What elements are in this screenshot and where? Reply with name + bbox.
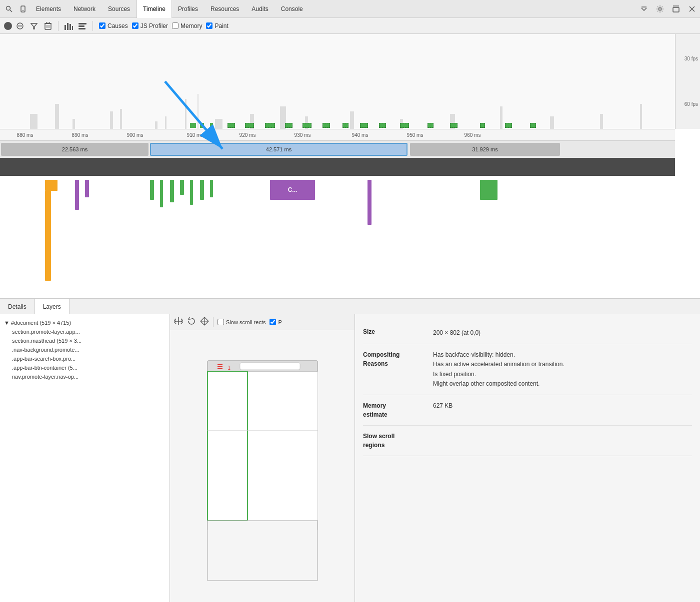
svg-text:1: 1 [228, 365, 230, 371]
layer-toolbar-sep [213, 317, 214, 327]
svg-rect-17 [46, 22, 50, 23]
tab-sources[interactable]: Sources [102, 0, 136, 18]
time-ruler: 880 ms 890 ms 900 ms 910 ms 920 ms 930 m… [0, 129, 675, 141]
size-value: 200 × 802 (at 0,0) [433, 328, 692, 338]
tab-resources[interactable]: Resources [204, 0, 246, 18]
svg-rect-30 [218, 366, 222, 367]
activity-green-right [480, 180, 498, 200]
time-960: 960 ms [464, 132, 481, 138]
js-profiler-checkbox[interactable]: JS Profiler [132, 22, 168, 29]
clear-button[interactable] [14, 20, 26, 32]
filter-button[interactable] [28, 20, 40, 32]
panel-tabs: Details Layers [0, 299, 700, 314]
expand-icon[interactable] [638, 3, 650, 15]
svg-rect-18 [64, 25, 66, 30]
time-950: 950 ms [407, 132, 424, 138]
activity-yellow [45, 191, 51, 281]
memory-row: Memory estimate 627 KB [363, 395, 692, 426]
tree-item-2[interactable]: section.masthead (519 × 3... [0, 336, 170, 345]
green-bar [379, 123, 386, 128]
search-icon[interactable] [2, 2, 16, 16]
green-bar [450, 123, 458, 128]
green-bar [285, 123, 292, 128]
paint-p-checkbox[interactable]: P [270, 319, 282, 325]
green-bar [302, 123, 312, 128]
close-icon[interactable] [686, 3, 698, 15]
causes-checkbox[interactable]: Causes [99, 22, 128, 29]
svg-rect-22 [78, 23, 86, 24]
svg-rect-37 [208, 521, 318, 581]
record-button[interactable] [4, 22, 12, 30]
info-panel: Size 200 × 802 (at 0,0) Compositing Reas… [355, 314, 700, 602]
mini-bar [110, 111, 113, 129]
rotate-icon[interactable] [187, 317, 196, 328]
bar-chart-icon[interactable] [62, 20, 74, 32]
move-icon[interactable] [200, 317, 209, 328]
tab-audits[interactable]: Audits [246, 0, 274, 18]
activity-green-2 [160, 180, 163, 207]
svg-rect-33 [240, 363, 300, 370]
tab-timeline[interactable]: Timeline [136, 0, 172, 18]
activity-purple-1 [75, 180, 79, 210]
mini-bar [30, 114, 38, 129]
tab-network[interactable]: Network [68, 0, 102, 18]
trash-button[interactable] [42, 20, 54, 32]
mobile-icon[interactable] [16, 2, 30, 16]
layer-canvas: 1 [170, 330, 354, 602]
frame-bar-right[interactable]: 31.929 ms [410, 143, 560, 156]
time-880: 880 ms [17, 132, 34, 138]
activity-area: C... [0, 176, 675, 298]
frame-bar-center[interactable]: 42.571 ms [150, 143, 408, 156]
mini-bar [155, 121, 158, 129]
layer-tree-panel: ▼ #document (519 × 4715) section.promote… [0, 314, 170, 602]
svg-rect-23 [78, 25, 84, 27]
tree-item-document[interactable]: ▼ #document (519 × 4715) [0, 318, 170, 327]
activity-yellow-top [45, 180, 58, 191]
memory-value: 627 KB [433, 401, 692, 411]
bottom-panel: Details Layers ▼ #document (519 × 4715) … [0, 299, 700, 602]
green-bar [505, 123, 512, 128]
settings-icon[interactable] [654, 3, 666, 15]
svg-rect-19 [67, 23, 68, 30]
tree-item-1[interactable]: section.promote-layer.app... [0, 327, 170, 336]
layer-preview-panel: Slow scroll rects P [170, 314, 355, 602]
tab-elements[interactable]: Elements [30, 0, 68, 18]
flame-chart-icon[interactable] [76, 20, 88, 32]
layer-preview-toolbar: Slow scroll rects P [170, 314, 354, 330]
frame-bar-left[interactable]: 22.563 ms [1, 143, 148, 156]
green-bar [245, 123, 254, 128]
layer-diagram-svg: 1 [192, 356, 332, 586]
svg-point-5 [659, 7, 662, 10]
time-910: 910 ms [187, 132, 204, 138]
tree-item-6[interactable]: nav.promote-layer.nav-op... [0, 372, 170, 381]
mini-bar [55, 104, 59, 129]
svg-rect-6 [673, 7, 679, 12]
slow-scroll-checkbox[interactable]: Slow scroll rects [218, 319, 266, 325]
tree-item-4[interactable]: .app-bar-search-box.pro... [0, 354, 170, 363]
green-bar [200, 123, 204, 128]
memory-checkbox[interactable]: Memory [172, 22, 202, 29]
svg-line-1 [10, 10, 12, 12]
green-bar [400, 123, 409, 128]
time-940: 940 ms [352, 132, 368, 138]
paint-checkbox[interactable]: Paint [206, 22, 228, 29]
timeline-dark-band [0, 158, 675, 176]
green-bar [342, 123, 348, 128]
activity-purple-2 [85, 180, 89, 197]
compositing-label: Compositing Reasons [363, 350, 433, 368]
scroll-row: Slow scroll regions [363, 426, 692, 456]
tab-layers[interactable]: Layers [35, 299, 70, 314]
activity-green-7 [210, 180, 213, 197]
undock-icon[interactable] [670, 3, 682, 15]
tab-details[interactable]: Details [0, 299, 35, 314]
activity-green-1 [150, 180, 154, 200]
tab-console[interactable]: Console [275, 0, 310, 18]
svg-rect-21 [72, 26, 73, 30]
mini-bars-area [0, 79, 675, 129]
pan-icon[interactable] [174, 317, 183, 328]
tree-item-3[interactable]: .nav-background.promote... [0, 345, 170, 354]
green-bar [480, 123, 485, 128]
tree-item-5[interactable]: .app-bar-btn-container (5... [0, 363, 170, 372]
tab-profiles[interactable]: Profiles [172, 0, 204, 18]
green-bar [530, 123, 536, 128]
